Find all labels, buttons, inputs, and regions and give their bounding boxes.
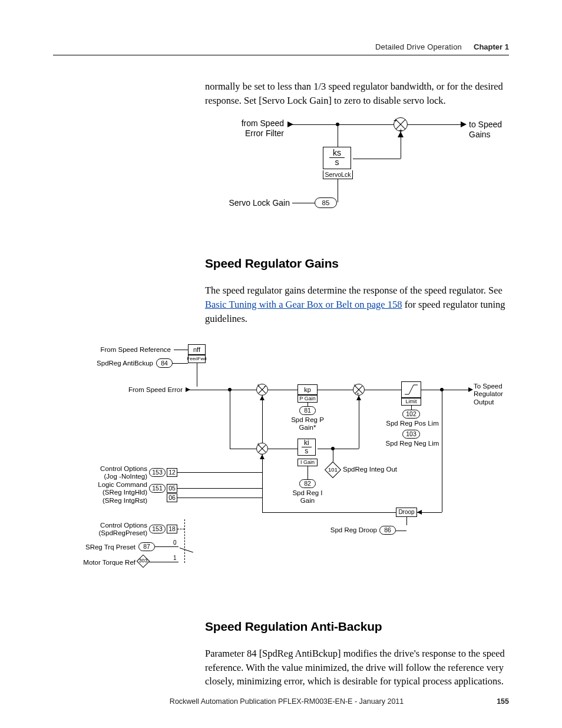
d2-pill-87: 87 bbox=[138, 542, 155, 551]
d2-diamond-101-num: 101 bbox=[328, 466, 338, 473]
d2-from-speed-ref: From Speed Reference bbox=[53, 346, 171, 354]
d2-l-to-kp bbox=[268, 390, 297, 390]
basic-tuning-link[interactable]: Basic Tuning with a Gear Box or Belt on … bbox=[205, 299, 402, 310]
d2-l-86 bbox=[396, 531, 406, 531]
d2-sum2-plus1: + bbox=[353, 383, 356, 389]
d1-to-label: to Speed Gains bbox=[469, 120, 511, 140]
d2-igain-sublabel: I Gain bbox=[297, 459, 318, 466]
anti-backup-paragraph: Parameter 84 [SpdReg AntiBckup] modifies… bbox=[205, 647, 509, 689]
header-section-label: Detailed Drive Operation bbox=[375, 42, 462, 51]
d2-switch-wiper bbox=[180, 548, 193, 552]
d2-arr-droop-in bbox=[417, 510, 422, 515]
servo-lock-diagram: from Speed Error Filter + + to Speed Gai… bbox=[205, 118, 511, 225]
footer-publication: Rockwell Automation Publication PFLEX-RM… bbox=[77, 697, 497, 706]
d1-hline-param bbox=[292, 203, 315, 203]
d2-l-ref bbox=[174, 350, 188, 350]
d2-bit-05: 05 bbox=[167, 484, 177, 493]
d1-arrow-in bbox=[287, 121, 293, 127]
d2-v-droop1 bbox=[442, 390, 442, 512]
d2-l-ctrl2 bbox=[177, 488, 262, 489]
d2-switch-0: 0 bbox=[173, 539, 177, 546]
d2-arr-ki-up bbox=[356, 396, 361, 400]
d2-feedfwd-sublabel: FeedFwd bbox=[188, 355, 206, 363]
d1-from-label: from Speed Error Filter bbox=[213, 118, 284, 139]
d2-sum1-plus: + bbox=[257, 383, 260, 389]
d2-pill-151: 151 bbox=[149, 484, 166, 493]
d2-pill-82: 82 bbox=[299, 479, 316, 488]
d2-l-303 bbox=[149, 562, 178, 562]
d2-v-preset-ctrl bbox=[184, 519, 185, 563]
d2-motor-torque-ref-label: Motor Torque Ref bbox=[59, 559, 135, 567]
d2-pgain-sublabel: P Gain bbox=[297, 395, 318, 403]
d2-arr-err-in bbox=[186, 387, 190, 392]
page-header: Detailed Drive Operation Chapter 1 bbox=[53, 42, 509, 55]
d2-pill-103: 103 bbox=[402, 430, 420, 439]
page-content: normally be set to less than 1/3 speed r… bbox=[53, 80, 509, 689]
d2-v-nff bbox=[197, 363, 197, 387]
d2-kp-box: kp bbox=[297, 384, 318, 395]
d2-sreg-trq-preset-label: SReg Trq Preset bbox=[59, 543, 135, 552]
d2-sum3-plus: + bbox=[257, 442, 260, 448]
heading-speed-regulation-anti-backup: Speed Regulation Anti-Backup bbox=[205, 620, 509, 634]
d2-v-ki-up bbox=[359, 396, 359, 449]
limit-icon bbox=[403, 383, 419, 396]
d2-l-ctrl1 bbox=[177, 472, 262, 473]
d2-control-options-preset: Control Options (SpdRegPreset) bbox=[65, 522, 147, 538]
d2-pill-86: 86 bbox=[379, 526, 396, 535]
d2-bit-06: 06 bbox=[167, 493, 177, 502]
d2-arr-droop-up bbox=[260, 396, 265, 400]
d2-l-84 bbox=[173, 363, 188, 364]
d2-spdreg-integ-out: SpdReg Integ Out bbox=[343, 466, 397, 474]
d2-sum1-minus: - bbox=[264, 383, 266, 390]
d2-pill-102: 102 bbox=[402, 410, 420, 419]
d1-param-pill-85: 85 bbox=[315, 197, 337, 208]
d2-from-speed-error: From Speed Error bbox=[53, 386, 183, 394]
d2-v-81 bbox=[308, 403, 308, 406]
d2-bit-18: 18 bbox=[167, 525, 177, 533]
d2-switch-1: 1 bbox=[173, 555, 177, 562]
d2-limit-sublabel: Limit bbox=[401, 398, 421, 406]
d2-l-ki-up-h bbox=[333, 449, 359, 449]
d1-hline-out bbox=[408, 124, 461, 125]
d2-l-ctrl3 bbox=[177, 498, 262, 498]
d2-arr-ctrl-up bbox=[260, 454, 265, 459]
d1-arrow-out bbox=[461, 121, 467, 127]
d1-servo-lock-gain-label: Servo Lock Gain bbox=[214, 198, 290, 208]
d1-ks-over-s-block: ks s bbox=[323, 147, 351, 169]
header-chapter-label: Chapter 1 bbox=[474, 42, 509, 51]
d2-l-err-in bbox=[186, 390, 256, 390]
d2-spd-reg-p-gain: Spd Reg P Gain* bbox=[284, 416, 331, 433]
speed-regulator-gains-diagram: From Speed Reference nff FeedFwd SpdReg … bbox=[53, 342, 509, 596]
heading-speed-regulator-gains: Speed Regulator Gains bbox=[205, 256, 509, 271]
d2-v-split-down bbox=[230, 390, 230, 449]
d2-limit-block bbox=[401, 381, 421, 398]
d2-v-ctrl-to-sum3 bbox=[262, 454, 263, 508]
footer-page-number: 155 bbox=[497, 697, 509, 706]
d2-nff-box: nff bbox=[188, 344, 206, 355]
d2-ki-over-s-block: ki s bbox=[297, 439, 316, 456]
d2-l-to-ki bbox=[268, 449, 297, 449]
d2-l-preset-ctrl bbox=[177, 529, 184, 529]
d2-l-87 bbox=[155, 546, 178, 547]
d2-l-kp-out bbox=[318, 390, 353, 390]
d2-v-102 bbox=[411, 406, 412, 410]
d2-pill-84: 84 bbox=[156, 358, 173, 368]
d1-vline-to-param bbox=[338, 179, 338, 202]
d1-hline-feedback bbox=[353, 159, 401, 159]
d2-spd-reg-droop: Spd Reg Droop bbox=[324, 526, 377, 535]
d1-servolck-sublabel: ServoLck bbox=[323, 170, 353, 179]
d2-spd-reg-pos-lim: Spd Reg Pos Lim bbox=[383, 420, 442, 428]
d2-l-droop2 bbox=[262, 512, 396, 513]
d2-v-86 bbox=[406, 517, 407, 525]
d2-pill-153-a: 153 bbox=[149, 468, 166, 477]
d1-arrow-feedback-up bbox=[398, 131, 404, 137]
d2-bit-12: 12 bbox=[167, 468, 177, 477]
d2-l-out bbox=[421, 390, 468, 390]
d2-arr-out bbox=[468, 387, 473, 392]
d2-control-options-nointeg: Control Options (Jog -NoInteg) bbox=[65, 465, 147, 482]
speed-regulator-gains-paragraph: The speed regulator gains determine the … bbox=[205, 284, 509, 326]
d2-to-speed-reg-out: To Speed Regulator Output bbox=[474, 383, 509, 407]
d2-spdreg-antibckup-label: SpdReg AntiBckup bbox=[53, 360, 153, 368]
d2-l-to-limit bbox=[365, 390, 401, 390]
d2-l-to-sum3 bbox=[230, 449, 256, 449]
